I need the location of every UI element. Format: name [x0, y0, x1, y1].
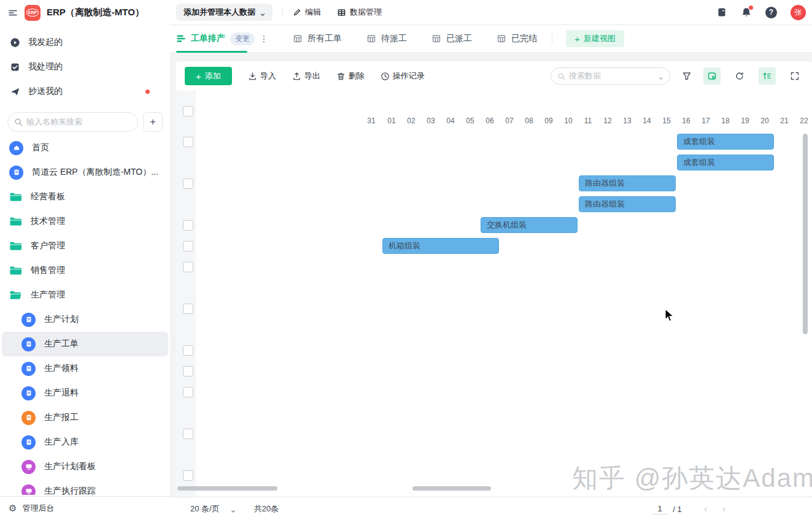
sidebar-item-生产计划[interactable]: 生产计划 — [2, 307, 168, 332]
sidebar-item-客户管理[interactable]: 客户管理 — [2, 234, 168, 258]
chevron-down-icon[interactable] — [231, 507, 236, 511]
quick-item-label: 抄送我的 — [28, 86, 63, 97]
sidebar-item-生产领料[interactable]: 生产领料 — [2, 356, 168, 381]
sidebar-item-首页[interactable]: 首页 — [2, 136, 168, 160]
app-title: ERP（离散制造-MTO） — [47, 7, 144, 18]
divider — [552, 34, 552, 44]
day-label: 10 — [559, 111, 578, 131]
row-checkbox[interactable] — [183, 262, 193, 272]
sidebar-item-销售管理[interactable]: 销售管理 — [2, 258, 168, 283]
row-checkbox[interactable] — [183, 345, 193, 356]
day-label: 21 — [775, 111, 794, 131]
admin-footer[interactable]: ⚙ 管理后台 — [0, 496, 187, 520]
tab-more-icon[interactable]: ⋮ — [260, 34, 268, 44]
operation-log-button[interactable]: 操作记录 — [381, 71, 425, 82]
gantt-bar[interactable]: 机箱组装 — [382, 238, 499, 254]
tab-所有工单[interactable]: 所有工单 — [293, 25, 342, 53]
sidebar-item-label: 生产管理 — [31, 289, 161, 300]
sidebar-item-生产工单[interactable]: 生产工单 — [2, 332, 168, 356]
tab-label: 所有工单 — [307, 33, 342, 44]
sidebar-quick-item[interactable]: 我处理的 — [0, 55, 170, 79]
sidebar-item-生产报工[interactable]: 生产报工 — [2, 405, 168, 430]
next-page-button[interactable]: › — [715, 504, 733, 514]
horizontal-scrollbar-left[interactable] — [177, 486, 277, 491]
row-checkbox[interactable] — [183, 387, 193, 397]
row-checkbox[interactable] — [183, 178, 193, 189]
tab-待派工[interactable]: 待派工 — [366, 25, 407, 53]
sidebar-item-生产退料[interactable]: 生产退料 — [2, 381, 168, 405]
doc-icon — [9, 166, 23, 180]
quick-item-label: 我处理的 — [28, 61, 63, 72]
fullscreen-button[interactable] — [786, 67, 803, 85]
collapse-menu-icon[interactable] — [7, 7, 18, 18]
sidebar-item-简道云 ERP（离散制造-MTO）...[interactable]: 简道云 ERP（离散制造-MTO）... — [2, 160, 168, 185]
sidebar-item-生产执行跟踪[interactable]: 生产执行跟踪 — [2, 479, 168, 495]
select-all-checkbox[interactable] — [183, 106, 193, 117]
sidebar-quick-item[interactable]: 抄送我的 — [0, 79, 170, 104]
folder-icon — [9, 191, 22, 202]
sidebar-item-技术管理[interactable]: 技术管理 — [2, 209, 168, 234]
row-checkbox[interactable] — [183, 137, 193, 147]
data-grid-icon — [337, 8, 346, 17]
sidebar-item-生产计划看板[interactable]: 生产计划看板 — [2, 454, 168, 479]
sidebar-item-label: 生产计划看板 — [44, 461, 161, 472]
data-scope-dropdown[interactable]: 添加并管理本人数据 — [176, 4, 273, 21]
refresh-button[interactable] — [731, 67, 748, 85]
page-input[interactable]: 1 — [652, 504, 668, 514]
sidebar-search-placeholder: 输入名称来搜索 — [26, 117, 82, 128]
row-checkbox[interactable] — [183, 366, 193, 377]
tab-工单排产[interactable]: 工单排产变更⋮ — [176, 25, 268, 53]
sidebar-search-input[interactable]: 输入名称来搜索 — [7, 112, 138, 132]
sidebar-item-label: 生产退料 — [44, 388, 161, 399]
edit-button[interactable]: 编辑 — [293, 7, 321, 18]
day-label: 11 — [578, 111, 598, 131]
vertical-scrollbar[interactable] — [803, 134, 808, 334]
search-icon — [14, 118, 23, 126]
prev-page-button[interactable]: ‹ — [697, 504, 715, 514]
row-checkbox[interactable] — [183, 220, 193, 231]
send-icon — [10, 86, 20, 97]
card-view-toggle[interactable] — [703, 67, 721, 85]
row-checkbox[interactable] — [183, 241, 193, 251]
chevron-down-icon[interactable] — [659, 74, 663, 78]
gantt-bar[interactable]: 路由器组装 — [579, 175, 676, 191]
tab-已派工[interactable]: 已派工 — [431, 25, 472, 53]
avatar[interactable]: 张 — [791, 5, 806, 20]
add-app-button[interactable]: + — [143, 112, 163, 132]
sidebar-item-经营看板[interactable]: 经营看板 — [2, 185, 168, 209]
import-button[interactable]: 导入 — [248, 71, 276, 82]
sidebar-item-生产入库[interactable]: 生产入库 — [2, 430, 168, 454]
day-label: 20 — [755, 111, 775, 131]
gantt-settings-toggle[interactable] — [759, 67, 776, 85]
horizontal-scrollbar-gantt[interactable] — [412, 486, 491, 491]
trash-icon — [336, 72, 346, 81]
sidebar-item-label: 销售管理 — [31, 265, 161, 276]
sidebar-quick-item[interactable]: 我发起的 — [0, 30, 170, 55]
day-label: 16 — [676, 111, 696, 131]
add-record-button[interactable]: + 添加 — [185, 67, 232, 85]
export-button[interactable]: 导出 — [292, 71, 320, 82]
new-view-button[interactable]: +新建视图 — [566, 30, 624, 47]
day-label: 04 — [441, 111, 460, 131]
gantt-bar[interactable]: 成套组装 — [677, 134, 774, 150]
gantt-bar[interactable]: 路由器组装 — [579, 196, 676, 212]
filter-icon[interactable] — [681, 67, 693, 85]
search-data-input[interactable]: 搜索数据 — [551, 67, 670, 85]
delete-button[interactable]: 删除 — [336, 71, 365, 82]
sidebar-item-生产管理[interactable]: 生产管理 — [2, 283, 168, 307]
tab-已完结[interactable]: 已完结 — [497, 25, 537, 53]
dashboard-icon — [21, 484, 36, 495]
help-icon[interactable]: ? — [765, 7, 777, 18]
gantt-bar[interactable]: 成套组装 — [677, 155, 774, 170]
bell-icon[interactable] — [741, 7, 752, 18]
row-checkbox[interactable] — [183, 470, 193, 481]
data-manage-button[interactable]: 数据管理 — [337, 7, 382, 18]
day-label: 19 — [735, 111, 755, 131]
pagination-bar: 20 条/页 共20条 1 / 1 ‹ › — [170, 497, 812, 520]
row-checkbox[interactable] — [183, 429, 193, 439]
row-checkbox[interactable] — [183, 304, 193, 314]
doc-icon — [21, 337, 36, 351]
sidebar-item-label: 客户管理 — [31, 240, 161, 251]
gantt-bar[interactable]: 交换机组装 — [481, 217, 578, 233]
notebook-icon[interactable] — [716, 7, 727, 18]
